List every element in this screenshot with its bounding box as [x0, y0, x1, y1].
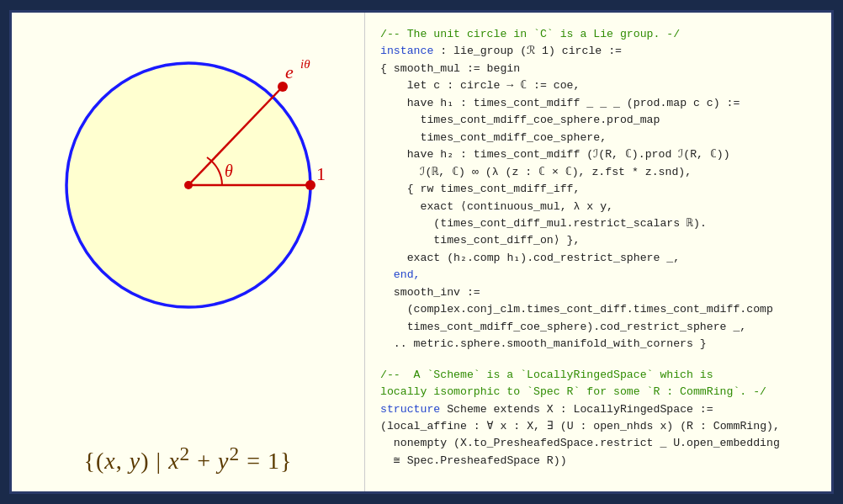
code-divider: [380, 353, 816, 367]
svg-text:iθ: iθ: [300, 57, 310, 71]
svg-point-5: [305, 180, 315, 190]
svg-text:1: 1: [316, 163, 326, 184]
svg-text:θ: θ: [225, 162, 233, 180]
svg-text:e: e: [285, 61, 294, 82]
code-block-2: /-- A `Scheme` is a `LocallyRingedSpace`…: [380, 367, 816, 470]
code-block-1: /-- The unit circle in `C` is a Lie grou…: [380, 26, 816, 353]
right-panel: /-- The unit circle in `C` is a Lie grou…: [365, 13, 831, 491]
circle-diagram: e iθ 1 θ: [33, 29, 344, 341]
main-container: e iθ 1 θ {(x, y) | x2 + y2 = 1} /-- The …: [9, 10, 834, 494]
math-formula: {(x, y) | x2 + y2 = 1}: [84, 434, 293, 475]
svg-point-4: [184, 181, 193, 189]
left-panel: e iθ 1 θ {(x, y) | x2 + y2 = 1}: [12, 13, 365, 491]
svg-point-6: [278, 82, 288, 92]
